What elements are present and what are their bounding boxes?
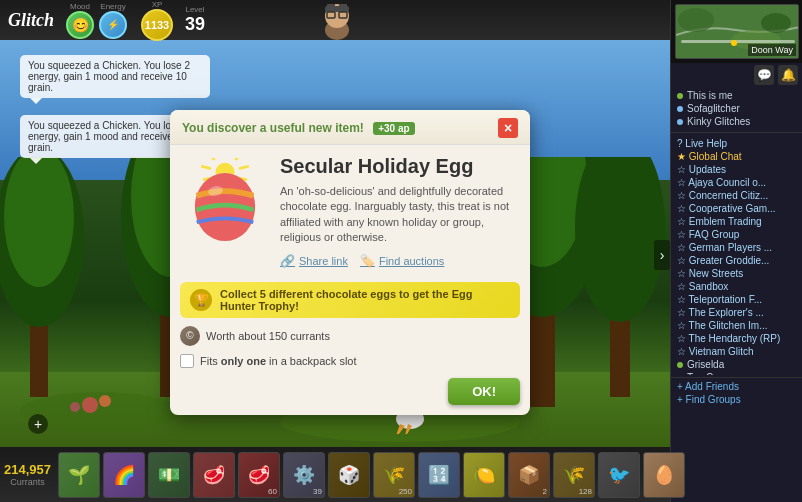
stats-group: Mood 😊 Energy ⚡ [66, 2, 127, 39]
contact-sofaglitcher[interactable]: Sofaglitcher [677, 102, 796, 115]
links-section: ? Live Help ★ Global Chat ☆ Updates ☆ Aj… [671, 135, 802, 375]
egg-image [180, 155, 270, 245]
item-icon-1: 🌈 [113, 466, 135, 484]
mood-icon: 😊 [66, 11, 94, 39]
live-help-link[interactable]: ? Live Help [677, 137, 796, 150]
inventory-item-13[interactable]: 🥚 [643, 452, 685, 498]
item-count-11: 128 [579, 487, 592, 496]
emblem-link[interactable]: ☆ Emblem Trading [677, 215, 796, 228]
xp-badge: 1133 [141, 9, 173, 41]
xp-group: XP 1133 [141, 0, 173, 41]
online-dot [677, 93, 683, 99]
discover-text: You discover a useful new item! [182, 121, 364, 135]
faq-link[interactable]: ☆ FAQ Group [677, 228, 796, 241]
discover-text-row: You discover a useful new item! +30 ap [182, 121, 415, 135]
fits-row: Fits only one in a backpack slot [180, 354, 520, 368]
contact-kinky-glitches[interactable]: Kinky Glitches [677, 115, 796, 128]
item-icon-4: 🥩 [248, 466, 270, 484]
new-streets-link[interactable]: ☆ New Streets [677, 267, 796, 280]
ok-button[interactable]: OK! [448, 378, 520, 405]
inventory-item-12[interactable]: 🐦 [598, 452, 640, 498]
inventory-item-4[interactable]: 🥩 60 [238, 452, 280, 498]
glitchen-link[interactable]: ☆ The Glitchen Im... [677, 319, 796, 332]
online-contacts: This is me Sofaglitcher Kinky Glitches [671, 87, 802, 130]
item-icon-2: 💵 [158, 466, 180, 484]
top-bar: Glitch Mood 😊 Energy ⚡ XP 1133 Level 39 [0, 0, 670, 40]
inventory-item-8[interactable]: 🔢 [418, 452, 460, 498]
cooperative-link[interactable]: ☆ Cooperative Gam... [677, 202, 796, 215]
modal-header: You discover a useful new item! +30 ap × [170, 110, 530, 145]
xp-label: XP [152, 0, 163, 9]
item-icon-12: 🐦 [608, 466, 630, 484]
modal-close-button[interactable]: × [498, 118, 518, 138]
inventory-item-7[interactable]: 🌾 250 [373, 452, 415, 498]
player-dot [731, 40, 737, 46]
teleportation-link[interactable]: ☆ Teleportation F... [677, 293, 796, 306]
item-icon-9: 🍋 [473, 466, 495, 484]
inventory-item-6[interactable]: 🎲 [328, 452, 370, 498]
inventory-item-1[interactable]: 🌈 [103, 452, 145, 498]
svg-rect-29 [327, 4, 335, 8]
tomc-contact[interactable]: TomC [677, 371, 796, 375]
item-description: An 'oh-so-delicious' and delightfully de… [280, 184, 520, 246]
worth-text: Worth about 150 currants [206, 330, 330, 342]
sandbox-label: ☆ Sandbox [677, 281, 728, 292]
ajaya-link[interactable]: ☆ Ajaya Council o... [677, 176, 796, 189]
vietnam-link[interactable]: ☆ Vietnam Glitch [677, 345, 796, 358]
new-streets-label: ☆ New Streets [677, 268, 743, 279]
level-value: 39 [185, 14, 205, 35]
energy-label: Energy [100, 2, 125, 11]
share-link[interactable]: 🔗 Share link [280, 254, 348, 268]
inventory-item-10[interactable]: 📦 2 [508, 452, 550, 498]
item-icon-5: ⚙️ [293, 466, 315, 484]
live-help-label: ? Live Help [677, 138, 727, 149]
greater-label: ☆ Greater Groddie... [677, 255, 769, 266]
bell-icon[interactable]: 🔔 [778, 65, 798, 85]
updates-link[interactable]: ☆ Updates [677, 163, 796, 176]
inventory-item-11[interactable]: 🌾 128 [553, 452, 595, 498]
emblem-label: ☆ Emblem Trading [677, 216, 762, 227]
zoom-in-button[interactable]: + [28, 414, 48, 434]
greater-link[interactable]: ☆ Greater Groddie... [677, 254, 796, 267]
german-link[interactable]: ☆ German Players ... [677, 241, 796, 254]
right-panel: Doon Way 💬 🔔 This is me Sofaglitcher Kin… [670, 0, 802, 502]
hendarchy-link[interactable]: ☆ The Hendarchy (RP) [677, 332, 796, 345]
vietnam-label: ☆ Vietnam Glitch [677, 346, 754, 357]
concerned-link[interactable]: ☆ Concerned Citiz... [677, 189, 796, 202]
auctions-link[interactable]: 🏷️ Find auctions [360, 254, 444, 268]
ok-row: OK! [180, 378, 520, 405]
inventory-item-2[interactable]: 💵 [148, 452, 190, 498]
svg-line-42 [202, 166, 210, 168]
modal-content: Secular Holiday Egg An 'oh-so-delicious'… [280, 155, 520, 272]
inventory-item-5[interactable]: ⚙️ 39 [283, 452, 325, 498]
item-icon-3: 🥩 [203, 466, 225, 484]
inventory-item-0[interactable]: 🌱 [58, 452, 100, 498]
global-chat-link[interactable]: ★ Global Chat [677, 150, 796, 163]
panel-icons: 💬 🔔 [671, 63, 802, 87]
currant-icon: © [180, 326, 200, 346]
divider [671, 132, 802, 133]
explorer-link[interactable]: ☆ The Explorer's ... [677, 306, 796, 319]
sandbox-link[interactable]: ☆ Sandbox [677, 280, 796, 293]
app-logo: Glitch [8, 10, 54, 31]
fits-checkbox [180, 354, 194, 368]
mini-map[interactable]: Doon Way [675, 4, 799, 59]
chat-icon[interactable]: 💬 [754, 65, 774, 85]
item-count-10: 2 [543, 487, 547, 496]
griselda-contact[interactable]: Griselda [677, 358, 796, 371]
inventory-item-3[interactable]: 🥩 [193, 452, 235, 498]
add-friends-link[interactable]: + Add Friends [671, 380, 802, 393]
svg-line-41 [208, 158, 214, 159]
mini-map-container: Doon Way [671, 0, 802, 63]
bottom-bar: 214,957 Currants 🌱 🌈 💵 🥩 🥩 60 ⚙️ 39 🎲 🌾 … [0, 447, 670, 502]
scroll-right-arrow[interactable]: › [654, 240, 670, 270]
inventory-item-9[interactable]: 🍋 [463, 452, 505, 498]
auctions-icon: 🏷️ [360, 254, 375, 268]
character-figure [310, 0, 365, 46]
item-icon-11: 🌾 [563, 466, 585, 484]
achievement-banner: 🏆 Collect 5 different chocolate eggs to … [180, 282, 520, 318]
contact-me[interactable]: This is me [677, 89, 796, 102]
currency-amount: 214,957 [4, 462, 51, 477]
modal-body: Secular Holiday Egg An 'oh-so-delicious'… [170, 145, 530, 282]
find-groups-link[interactable]: + Find Groups [671, 393, 802, 406]
